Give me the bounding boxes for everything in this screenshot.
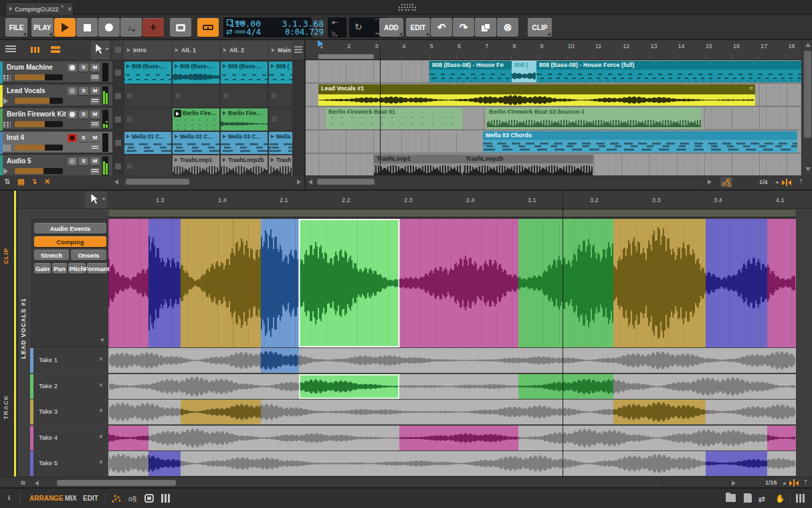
record-button[interactable] xyxy=(98,18,120,37)
scene-cell[interactable]: Alt. 1 xyxy=(173,41,219,60)
v-scroll-handle[interactable] xyxy=(804,51,811,138)
arranger-clip[interactable]: 808 (Bass-08) - House Force (full) xyxy=(536,61,801,82)
track-stop-button[interactable] xyxy=(115,70,121,76)
track-row[interactable]: Drum MachineSM xyxy=(0,62,112,84)
track-row[interactable]: Inst 4SM xyxy=(0,132,112,154)
scene-cell[interactable]: Intro xyxy=(124,41,171,60)
editor-clip-span-bar[interactable] xyxy=(108,209,796,217)
pan-button[interactable]: Pan xyxy=(52,263,67,274)
panel-tab-edit[interactable]: EDIT xyxy=(83,495,98,502)
clip-header[interactable]: 808 (Bas xyxy=(512,61,536,70)
comp-takes-icon[interactable]: ≈ xyxy=(750,84,754,92)
arranger-scroll-right-icon[interactable] xyxy=(708,179,712,185)
volume-slider[interactable] xyxy=(15,121,63,127)
empty-clip-slot[interactable] xyxy=(173,85,219,107)
grid-view-icon[interactable] xyxy=(31,46,39,53)
clip-header[interactable]: TrashLoop1 xyxy=(374,155,463,163)
track-name[interactable]: Audio 5 xyxy=(7,157,31,165)
launcher-scroll-left-icon[interactable] xyxy=(114,179,118,185)
track-stop-button[interactable] xyxy=(115,140,121,146)
stop-button[interactable] xyxy=(76,18,98,37)
track-menu-button[interactable] xyxy=(90,74,100,81)
groove-button[interactable]: ♪w xyxy=(120,18,142,37)
track-menu-icon[interactable] xyxy=(5,46,16,54)
deactivate-icon[interactable]: ✕ xyxy=(44,177,50,186)
solo-button[interactable]: S xyxy=(79,64,88,72)
take-lane-canvas[interactable] xyxy=(0,400,812,424)
arranger-clip[interactable]: Berlin Firework Beat 02-bounce-1 xyxy=(486,108,702,129)
clip-launcher-clip[interactable]: TrashLoop1 xyxy=(173,155,219,177)
track-name[interactable]: Berlin Firework Kit xyxy=(7,110,66,118)
mute-button[interactable]: M xyxy=(90,110,100,118)
clip-launcher-clip[interactable]: Berlin Fire... xyxy=(221,108,268,131)
time-value[interactable]: 0:04.729 xyxy=(285,27,324,37)
clip-launcher-clip[interactable]: Trash xyxy=(269,155,292,177)
clip-header[interactable]: 808 (Bass-08) - House Force ( xyxy=(429,61,512,70)
undo-button[interactable]: ↶ xyxy=(431,18,452,37)
comp-region-canvas[interactable] xyxy=(0,219,812,347)
mute-button[interactable]: M xyxy=(90,64,100,72)
editor-h-scrollbar[interactable] xyxy=(54,479,662,487)
launcher-h-scrollbar[interactable] xyxy=(122,178,292,185)
arranger-grid-value[interactable]: 1/4 xyxy=(759,179,768,185)
play-button[interactable] xyxy=(54,18,76,37)
touch-mode-button[interactable] xyxy=(197,18,219,37)
volume-slider[interactable] xyxy=(15,74,63,80)
clip-header[interactable]: Lead Vocals #1≈ xyxy=(318,84,755,94)
clip-header[interactable]: Mella 03 Chords xyxy=(483,131,797,140)
track-menu-button[interactable] xyxy=(90,121,100,128)
editor-tool-cursor-button[interactable] xyxy=(85,191,107,208)
empty-clip-slot[interactable] xyxy=(124,155,171,177)
track-stop-button[interactable] xyxy=(115,116,121,122)
editor-grid-caret-icon[interactable] xyxy=(783,482,787,485)
add-button[interactable]: ADD xyxy=(379,18,403,37)
record-arm-button[interactable] xyxy=(68,110,77,118)
arranger-clip[interactable]: TrashLoop2b xyxy=(463,155,593,176)
take-lane-canvas[interactable] xyxy=(0,348,812,373)
track-row[interactable]: Berlin Firework KitSM xyxy=(0,108,112,131)
scene-play-icon[interactable] xyxy=(127,48,130,52)
track-row[interactable]: Lead VocalsSM xyxy=(0,85,112,107)
empty-clip-slot[interactable] xyxy=(269,85,292,107)
scene-cell[interactable]: Alt. 2 xyxy=(221,41,268,60)
clip-launcher-clip[interactable]: 808 (Bass-... xyxy=(221,62,268,84)
editor-snap-icon[interactable] xyxy=(789,479,799,487)
arranger-clip[interactable]: Mella 03 Chords xyxy=(483,131,797,153)
redo-button[interactable]: ↷ xyxy=(453,18,474,37)
play-start-marker-icon[interactable] xyxy=(318,40,323,47)
arranger-v-scrollbar[interactable] xyxy=(801,40,812,175)
touch-hand-icon[interactable]: ✋ xyxy=(775,494,785,503)
scene-cell[interactable]: Main xyxy=(269,41,292,60)
scene-play-icon[interactable] xyxy=(272,48,275,52)
clip-header[interactable]: Berlin Firework Beat 02-bounce-1 xyxy=(486,108,702,116)
empty-clip-slot[interactable] xyxy=(124,108,171,131)
launcher-h-scroll-handle[interactable] xyxy=(126,179,189,185)
volume-slider[interactable] xyxy=(15,145,63,151)
scene-play-icon[interactable] xyxy=(175,48,179,52)
arranger-tool-cursor-button[interactable] xyxy=(91,41,110,60)
file-button[interactable]: FILE xyxy=(5,18,27,37)
editor-grid-value[interactable]: 1/16 xyxy=(765,479,777,486)
track-name[interactable]: Lead Vocals xyxy=(7,87,45,94)
metronome-icon[interactable]: ◺ xyxy=(332,29,338,37)
meters-icon[interactable] xyxy=(796,494,805,503)
add-lane-button[interactable]: + xyxy=(98,335,107,345)
file-panel-icon[interactable] xyxy=(744,493,752,503)
edit-button[interactable]: EDIT xyxy=(406,18,430,37)
volume-slider[interactable] xyxy=(15,168,63,174)
track-stop-button[interactable] xyxy=(115,163,121,169)
arranger-h-scroll-handle[interactable] xyxy=(317,179,375,185)
clip-launcher-clip[interactable]: Mella xyxy=(269,132,292,154)
info-icon[interactable]: i xyxy=(8,493,10,501)
solo-button[interactable]: S xyxy=(79,157,88,165)
arranger-scroll-left-icon[interactable] xyxy=(308,179,312,185)
arranger-clip[interactable]: Berlin Firework Beat 01 xyxy=(326,108,463,129)
empty-clip-slot[interactable] xyxy=(124,85,171,107)
dual-display-icon[interactable] xyxy=(161,494,171,503)
clip-playing-button[interactable] xyxy=(174,110,181,117)
project-tab[interactable]: CompingGUI22 * × xyxy=(5,2,74,15)
clip-launcher-clip[interactable]: TrashLoop2b xyxy=(221,155,268,177)
tab-close-icon[interactable]: × xyxy=(68,5,72,13)
arranger-clip[interactable]: 808 (Bass-08) - House Force ( xyxy=(429,61,512,82)
panel-tab-arrange[interactable]: ARRANGE xyxy=(29,495,64,502)
